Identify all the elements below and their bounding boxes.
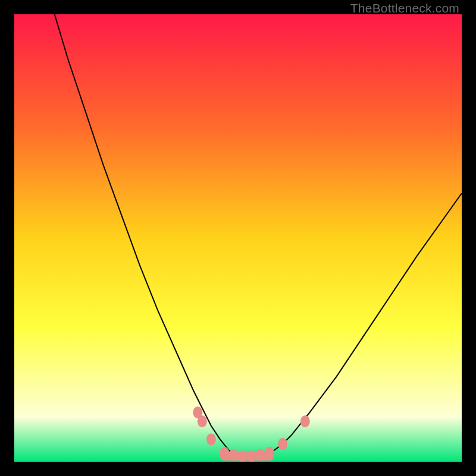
curve-marker: [278, 438, 287, 450]
curve-marker: [206, 433, 216, 445]
curve-marker: [220, 447, 229, 459]
curve-marker: [229, 449, 239, 461]
curve-marker: [300, 415, 310, 427]
curve-marker: [256, 449, 265, 461]
plot-svg: [14, 14, 462, 462]
watermark-text: TheBottleneck.com: [350, 1, 459, 15]
chart-frame: TheBottleneck.com: [0, 0, 476, 476]
curve-marker: [265, 447, 274, 459]
curve-marker: [198, 415, 207, 427]
gradient-background: [14, 14, 462, 462]
plot-area: [14, 14, 462, 462]
